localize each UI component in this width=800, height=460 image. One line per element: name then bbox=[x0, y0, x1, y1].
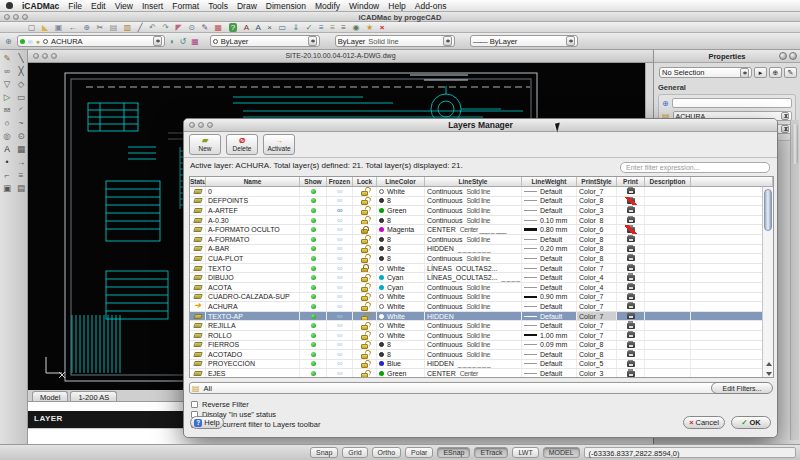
lock-icon[interactable] bbox=[361, 220, 368, 225]
eyedropper-icon[interactable]: ✎ bbox=[201, 23, 208, 32]
show-icon[interactable] bbox=[311, 371, 316, 376]
menu-item[interactable]: Format bbox=[172, 1, 199, 11]
help-icon[interactable]: ? bbox=[229, 23, 237, 32]
tools-icon[interactable]: × bbox=[267, 23, 272, 32]
zoom-icon[interactable]: ⊕ bbox=[83, 23, 90, 32]
model-toggle[interactable]: MODEL bbox=[543, 447, 580, 458]
spline-icon[interactable]: ~ bbox=[19, 119, 24, 128]
printstyle-value[interactable]: Color_4 bbox=[577, 273, 617, 282]
print-icon[interactable] bbox=[627, 198, 635, 204]
description-cell[interactable] bbox=[645, 293, 691, 302]
linecolor-field-stepper[interactable] bbox=[781, 125, 789, 133]
linecolor-swatch[interactable] bbox=[379, 342, 384, 347]
edit-filters-button[interactable]: Edit Filters... bbox=[711, 382, 773, 394]
lock-icon[interactable] bbox=[361, 268, 368, 273]
monitor-icon[interactable]: ▭ bbox=[278, 23, 286, 32]
description-cell[interactable] bbox=[645, 187, 691, 196]
description-cell[interactable] bbox=[645, 273, 691, 282]
delete-layer-button[interactable]: Ø Delete bbox=[226, 134, 258, 155]
printstyle-value[interactable]: Color_7 bbox=[577, 293, 617, 302]
menu-item[interactable]: View bbox=[115, 1, 133, 11]
linecolor-swatch[interactable] bbox=[379, 304, 384, 309]
lock-icon[interactable] bbox=[361, 363, 368, 368]
filter-select[interactable]: ▤ All bbox=[189, 382, 741, 394]
block-icon[interactable]: ▣ bbox=[3, 184, 11, 193]
menu-item[interactable]: Tools bbox=[208, 1, 228, 11]
help-button[interactable]: ? Help bbox=[190, 416, 224, 429]
show-icon[interactable] bbox=[311, 275, 316, 280]
lock-icon[interactable] bbox=[361, 296, 368, 301]
menu-item[interactable]: Add-ons bbox=[415, 1, 447, 11]
back-arrow-icon[interactable]: ← bbox=[69, 23, 77, 32]
printstyle-value[interactable]: Color_7 bbox=[577, 187, 617, 196]
linecolor-swatch[interactable] bbox=[379, 208, 384, 213]
lock-icon[interactable] bbox=[361, 354, 368, 359]
ortho-toggle[interactable]: Ortho bbox=[372, 447, 402, 458]
lwt-toggle[interactable]: LWT bbox=[512, 447, 538, 458]
layer-down-icon[interactable]: ⇓ bbox=[293, 23, 300, 32]
activate-layer-button[interactable]: → Activate bbox=[263, 134, 295, 155]
print-icon[interactable] bbox=[627, 207, 635, 213]
table-row[interactable]: REJILLA White ContinuousSolid line Defau… bbox=[190, 321, 763, 331]
linecolor-combo-stepper[interactable] bbox=[308, 36, 317, 46]
table-row[interactable]: A-FORMATO 8 ContinuousSolid line Default… bbox=[190, 235, 763, 245]
col-lock[interactable]: Lock bbox=[353, 177, 377, 186]
table-row[interactable]: TEXTO White LÍNEAS_OCULTAS2..._ _ _ _ _ … bbox=[190, 264, 763, 274]
col-description[interactable]: Description bbox=[645, 177, 691, 186]
print-icon[interactable] bbox=[627, 313, 635, 319]
layer-states-icon[interactable]: ◗ bbox=[170, 37, 175, 46]
table-row[interactable]: 0 White ContinuousSolid line Default Col… bbox=[190, 187, 763, 197]
show-icon[interactable] bbox=[311, 218, 316, 223]
properties-collapse-button[interactable] bbox=[779, 52, 787, 60]
table-row[interactable]: A-0.30 8 ContinuousSolid line 0.10 mm Co… bbox=[190, 216, 763, 226]
linecolor-swatch[interactable] bbox=[379, 227, 384, 232]
polar-toggle[interactable]: Polar bbox=[405, 447, 433, 458]
lock-icon[interactable] bbox=[361, 248, 368, 253]
col-name[interactable]: Name bbox=[206, 177, 300, 186]
frozen-icon[interactable] bbox=[337, 331, 343, 340]
frozen-icon[interactable] bbox=[337, 216, 343, 225]
lock-icon[interactable] bbox=[361, 258, 368, 263]
layer-shield-icon[interactable]: ≡ bbox=[341, 23, 346, 32]
lock-icon[interactable] bbox=[361, 325, 368, 330]
description-cell[interactable] bbox=[645, 235, 691, 244]
col-linestyle[interactable]: LineStyle bbox=[425, 177, 522, 186]
layer-combo-stepper[interactable] bbox=[153, 36, 162, 46]
layer-colors-icon[interactable]: ▦ bbox=[191, 37, 199, 46]
layout-tab[interactable]: Model bbox=[32, 391, 68, 401]
layer-stack-icon[interactable]: ≡ bbox=[319, 23, 324, 32]
frozen-icon[interactable] bbox=[337, 206, 343, 215]
description-cell[interactable] bbox=[645, 369, 691, 377]
frozen-icon[interactable] bbox=[337, 312, 343, 321]
show-icon[interactable] bbox=[311, 198, 316, 203]
print-icon[interactable] bbox=[627, 342, 635, 348]
printstyle-value[interactable]: Color_5 bbox=[577, 360, 617, 369]
layer-field-stepper[interactable] bbox=[781, 112, 789, 120]
text-arrow-icon[interactable]: A bbox=[255, 23, 260, 32]
text-icon[interactable]: A bbox=[4, 145, 10, 154]
linecolor-swatch[interactable] bbox=[379, 371, 384, 376]
lock-icon[interactable] bbox=[361, 335, 368, 340]
lock-icon[interactable] bbox=[361, 191, 368, 196]
dialog-minimize-button[interactable] bbox=[198, 122, 204, 128]
layer-previous-icon[interactable]: ↺ bbox=[180, 37, 187, 46]
col-lineweight[interactable]: LineWeight bbox=[522, 177, 577, 186]
show-icon[interactable] bbox=[311, 256, 316, 261]
printstyle-value[interactable]: Color_6 bbox=[577, 225, 617, 234]
palette-icon[interactable]: ▦ bbox=[215, 23, 223, 32]
show-icon[interactable] bbox=[311, 342, 316, 347]
description-cell[interactable] bbox=[645, 197, 691, 206]
copy-icon[interactable]: ▤ bbox=[110, 23, 118, 32]
table-row[interactable]: EJES Green CENTERCenter ___ _ ___ Defaul… bbox=[190, 369, 763, 377]
table-icon[interactable]: ≡ bbox=[19, 171, 24, 180]
col-linecolor[interactable]: LineColor bbox=[377, 177, 425, 186]
printstyle-value[interactable]: Color_8 bbox=[577, 341, 617, 350]
select-elements-button[interactable]: ▸ bbox=[754, 67, 767, 78]
description-cell[interactable] bbox=[645, 225, 691, 234]
layer-delete-icon[interactable]: × bbox=[380, 23, 385, 32]
table-row[interactable]: A-FORMATO OCULTO Magenta CENTERCenter __… bbox=[190, 225, 763, 235]
reverse-filter-checkbox[interactable] bbox=[191, 401, 198, 408]
frozen-icon[interactable] bbox=[337, 235, 343, 244]
arc-icon[interactable]: ◜ bbox=[19, 106, 22, 115]
dialog-zoom-button[interactable] bbox=[207, 122, 213, 128]
